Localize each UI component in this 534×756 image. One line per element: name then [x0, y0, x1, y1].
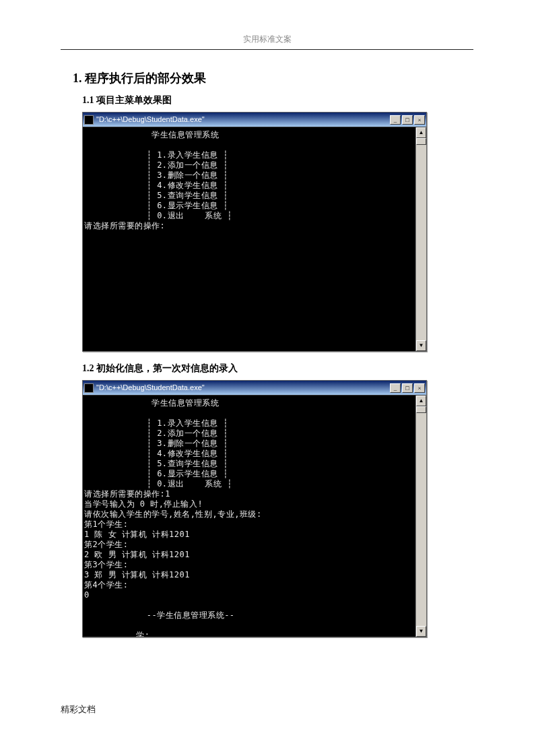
console-line: 1 陈 女 计算机 计科1201	[84, 530, 190, 539]
console-line: ┆ 3.删除一个信息 ┆	[84, 439, 228, 448]
console-line: ┆ 6.显示学生信息 ┆	[84, 201, 228, 210]
console-line: 请选择所需要的操作:	[84, 221, 165, 230]
footer-text: 精彩文档	[61, 703, 96, 716]
console-line: 3 郑 男 计算机 计科1201	[84, 570, 190, 579]
console-line: 请选择所需要的操作:1	[84, 489, 170, 499]
app-icon	[84, 383, 94, 393]
heading-1: 1. 程序执行后的部分效果	[73, 70, 473, 86]
scrollbar-vertical[interactable]: ▲ ▼	[415, 127, 426, 351]
header-rule	[61, 49, 473, 50]
console-line: 0	[84, 590, 90, 600]
minimize-button[interactable]: _	[390, 383, 401, 393]
console-line: ┆ 4.修改学生信息 ┆	[84, 449, 228, 458]
console-line: 学生信息管理系统	[84, 398, 219, 408]
console-window-1: "D:\c++\Debug\StudentData.exe" _ □ × 学生信…	[82, 112, 427, 352]
scrollbar-vertical[interactable]: ▲ ▼	[415, 396, 426, 637]
scroll-up-button[interactable]: ▲	[416, 127, 426, 138]
console-line: ┆ 4.修改学生信息 ┆	[84, 181, 228, 190]
scroll-thumb[interactable]	[416, 138, 426, 145]
console-line: ┆ 5.查询学生信息 ┆	[84, 191, 228, 200]
window-title: "D:\c++\Debug\StudentData.exe"	[96, 384, 390, 391]
console-line: 2 欧 男 计算机 计科1201	[84, 550, 190, 559]
close-button[interactable]: ×	[414, 383, 425, 393]
console-line: ┆ 3.删除一个信息 ┆	[84, 170, 228, 180]
app-icon	[84, 115, 94, 125]
console-line: ┆ 5.查询学生信息 ┆	[84, 459, 228, 468]
console-line: 第4个学生:	[84, 580, 128, 590]
console-line: ┆ 2.添加一个信息 ┆	[84, 160, 228, 170]
maximize-button[interactable]: □	[402, 115, 413, 125]
console-line: 当学号输入为 0 时,停止输入!	[84, 499, 203, 509]
console-line: 学生信息管理系统	[84, 130, 219, 139]
scroll-down-button[interactable]: ▼	[416, 626, 426, 637]
console-line: 请依次输入学生的学号,姓名,性别,专业,班级:	[84, 509, 262, 519]
titlebar[interactable]: "D:\c++\Debug\StudentData.exe" _ □ ×	[83, 113, 426, 127]
console-line: ┆ 6.显示学生信息 ┆	[84, 469, 228, 478]
console-line: ┆ 2.添加一个信息 ┆	[84, 429, 228, 438]
scroll-thumb[interactable]	[416, 406, 426, 413]
scroll-down-button[interactable]: ▼	[416, 340, 426, 351]
console-line: 第2个学生:	[84, 540, 128, 549]
window-title: "D:\c++\Debug\StudentData.exe"	[96, 116, 390, 123]
console-line: ┆ 0.退出 系统 ┆	[84, 211, 232, 220]
scroll-up-button[interactable]: ▲	[416, 396, 426, 406]
console-line: 第3个学生:	[84, 560, 128, 569]
titlebar[interactable]: "D:\c++\Debug\StudentData.exe" _ □ ×	[83, 381, 426, 396]
console-window-2: "D:\c++\Debug\StudentData.exe" _ □ × 学生信…	[82, 380, 427, 637]
heading-1-2: 1.2 初始化信息，第一次对信息的录入	[82, 363, 473, 375]
close-button[interactable]: ×	[414, 115, 425, 125]
running-header: 实用标准文案	[61, 34, 473, 45]
minimize-button[interactable]: _	[390, 115, 401, 125]
heading-1-1: 1.1 项目主菜单效果图	[82, 94, 473, 106]
console-output: 学生信息管理系统 ┆ 1.录入学生信息 ┆ ┆ 2.添加一个信息 ┆ ┆ 3.删…	[83, 396, 415, 637]
console-output: 学生信息管理系统 ┆ 1.录入学生信息 ┆ ┆ 2.添加一个信息 ┆ ┆ 3.删…	[83, 127, 415, 351]
console-line: --学生信息管理系统--	[84, 610, 235, 620]
console-line: ┆ 0.退出 系统 ┆	[84, 479, 232, 489]
console-line: ┆ 1.录入学生信息 ┆	[84, 418, 228, 428]
console-line: ┆ 1.录入学生信息 ┆	[84, 150, 228, 160]
maximize-button[interactable]: □	[402, 383, 413, 393]
console-line: 学:	[84, 631, 149, 637]
console-line: 第1个学生:	[84, 519, 128, 529]
